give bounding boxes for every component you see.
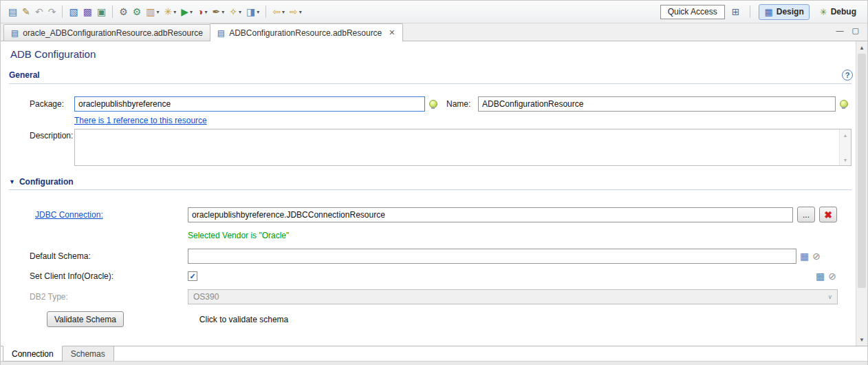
- back-icon: ⇦: [272, 7, 281, 17]
- settings-gear-button[interactable]: ⚙: [117, 5, 130, 19]
- new-wizard-button[interactable]: ▤: [6, 5, 19, 19]
- jdbc-connection-link[interactable]: JDBC Connection:: [35, 210, 103, 220]
- redo-button[interactable]: ↷: [46, 5, 58, 19]
- report-chart-button[interactable]: ▥▾: [144, 5, 161, 19]
- clear-schema-icon[interactable]: ⊘: [812, 251, 821, 261]
- validate-schema-button[interactable]: Validate Schema: [47, 311, 124, 327]
- global-settings-gear-icon: ⚙: [133, 7, 142, 17]
- default-schema-input[interactable]: [188, 249, 796, 264]
- archive-button[interactable]: ▩: [81, 5, 94, 19]
- new-configuration-button[interactable]: ✳▾: [162, 5, 179, 19]
- vendor-message: Selected Vendor is "Oracle": [188, 231, 856, 240]
- dropdown-arrow-icon[interactable]: ▾: [239, 9, 241, 15]
- settings-gear-icon: ⚙: [119, 7, 128, 17]
- application-window: ▤✎↶↷▧▩▣⚙⚙▥▾✳▾▶▾◑▾✒▾✧▾◨▾⇦▾⇨▾ Quick Access…: [0, 0, 868, 365]
- section-separator: [9, 83, 851, 84]
- toolbar-separator: [62, 6, 63, 18]
- archive-icon: ▩: [83, 7, 92, 17]
- undo-button[interactable]: ↶: [33, 5, 45, 19]
- quick-access-box[interactable]: Quick Access: [660, 5, 725, 19]
- description-label: Description:: [30, 129, 74, 140]
- dropdown-arrow-icon[interactable]: ▾: [157, 9, 160, 15]
- name-label: Name:: [446, 99, 478, 109]
- jdbc-connection-row: JDBC Connection: ... ✖: [30, 207, 856, 222]
- clear-connection-button[interactable]: ✖: [819, 207, 837, 222]
- tab-schemas-label: Schemas: [71, 349, 105, 359]
- editor-tab-label: oracle_ADBConfigurationResource.adbResou…: [23, 28, 202, 38]
- open-type-icon: ◨: [246, 7, 255, 17]
- run-button[interactable]: ▶▾: [179, 5, 195, 19]
- wand-button[interactable]: ✧▾: [227, 5, 243, 19]
- dropdown-arrow-icon[interactable]: ▾: [299, 9, 302, 15]
- global-settings-gear-button[interactable]: ⚙: [131, 5, 144, 19]
- maximize-icon[interactable]: ▢: [852, 26, 859, 35]
- quick-fix-button[interactable]: ✎: [20, 5, 32, 19]
- jdbc-connection-input[interactable]: [188, 207, 793, 222]
- dropdown-arrow-icon[interactable]: ▾: [282, 9, 285, 15]
- scroll-down-icon: ▼: [840, 155, 851, 165]
- editor-tab-adbconfigurationresource[interactable]: ▤ ADBConfigurationResource.adbResource ✕: [210, 23, 403, 41]
- scrollbar-thumb[interactable]: [858, 54, 866, 288]
- back-button[interactable]: ⇦▾: [270, 5, 287, 19]
- page-title: ADB Configuration: [10, 48, 856, 60]
- editor-tab-bar: ▤ oracle_ADBConfigurationResource.adbRes…: [1, 23, 867, 41]
- scroll-up-icon[interactable]: ▲: [856, 42, 867, 53]
- wand-icon: ✧: [229, 7, 237, 17]
- set-client-info-checkbox[interactable]: ✓: [188, 271, 197, 281]
- debug-perspective-icon: ✳: [820, 7, 827, 17]
- editor-tab-oracle-adbconfigurationresource[interactable]: ▤ oracle_ADBConfigurationResource.adbRes…: [3, 24, 210, 41]
- tab-connection[interactable]: Connection: [3, 346, 63, 362]
- reference-link[interactable]: There is 1 reference to this resource: [74, 116, 207, 125]
- browse-connection-button[interactable]: ...: [797, 207, 815, 222]
- dropdown-arrow-icon[interactable]: ▾: [173, 9, 176, 15]
- default-schema-row: Default Schema: ▦ ⊘: [30, 249, 856, 264]
- general-section-header: General ?: [9, 70, 853, 81]
- dropdown-arrow-icon[interactable]: ▾: [190, 9, 193, 15]
- description-row: Description: ▲ ▼: [30, 129, 856, 166]
- paint-button[interactable]: ✒▾: [210, 5, 227, 19]
- library-icon: ▣: [97, 7, 106, 17]
- delete-x-icon: ✖: [824, 209, 832, 220]
- dropdown-arrow-icon[interactable]: ▾: [205, 9, 208, 15]
- tab-connection-label: Connection: [12, 349, 54, 359]
- jdbc-connection-label-wrap: JDBC Connection:: [30, 210, 188, 220]
- editor-area: ADB Configuration General ? Package: Nam…: [1, 41, 867, 346]
- collapse-triangle-icon[interactable]: ▼: [9, 178, 15, 185]
- tab-schemas[interactable]: Schemas: [62, 346, 114, 362]
- open-perspective-icon: ⊞: [732, 7, 740, 17]
- debug-perspective-button[interactable]: ✳ Debug: [814, 4, 862, 20]
- new-configuration-icon: ✳: [164, 7, 173, 17]
- package-input[interactable]: [74, 96, 425, 112]
- configuration-section-header: ▼ Configuration: [9, 177, 853, 187]
- toolbar-separator: [750, 6, 750, 18]
- forward-button[interactable]: ⇨▾: [287, 5, 304, 19]
- scroll-down-icon[interactable]: ▼: [856, 334, 867, 345]
- open-perspective-button[interactable]: ⊞: [730, 5, 742, 19]
- editor-window-controls: — ▢: [836, 26, 867, 41]
- browse-table-icon[interactable]: ▦: [816, 271, 825, 281]
- open-type-button[interactable]: ◨▾: [244, 5, 261, 19]
- name-input[interactable]: [478, 96, 836, 112]
- vertical-scrollbar[interactable]: ▲ ▼: [856, 41, 867, 346]
- db2-type-value: OS390: [193, 292, 219, 302]
- help-icon[interactable]: ?: [842, 70, 853, 81]
- package-label: Package:: [30, 99, 74, 109]
- content-assist-bulb-icon: [840, 100, 847, 109]
- dropdown-arrow-icon[interactable]: ▾: [221, 9, 224, 15]
- package-icon: ▧: [69, 7, 78, 17]
- db2-type-row: DB2 Type: OS390 ∨: [30, 289, 856, 304]
- description-scrollbar: ▲ ▼: [839, 129, 851, 165]
- clear-icon[interactable]: ⊘: [828, 271, 836, 281]
- dropdown-arrow-icon[interactable]: ▾: [257, 9, 259, 15]
- description-textarea[interactable]: ▲ ▼: [74, 129, 851, 166]
- minimize-icon[interactable]: —: [836, 26, 844, 35]
- design-perspective-button[interactable]: ▦ Design: [759, 4, 809, 20]
- browse-schema-table-icon[interactable]: ▦: [800, 251, 809, 261]
- package-button[interactable]: ▧: [67, 5, 80, 19]
- library-button[interactable]: ▣: [95, 5, 108, 19]
- section-separator: [9, 189, 851, 190]
- profile-button[interactable]: ◑▾: [195, 5, 209, 19]
- tab-close-icon[interactable]: ✕: [389, 28, 395, 37]
- resource-file-icon: ▤: [11, 28, 19, 38]
- main-toolbar: ▤✎↶↷▧▩▣⚙⚙▥▾✳▾▶▾◑▾✒▾✧▾◨▾⇦▾⇨▾ Quick Access…: [1, 1, 867, 23]
